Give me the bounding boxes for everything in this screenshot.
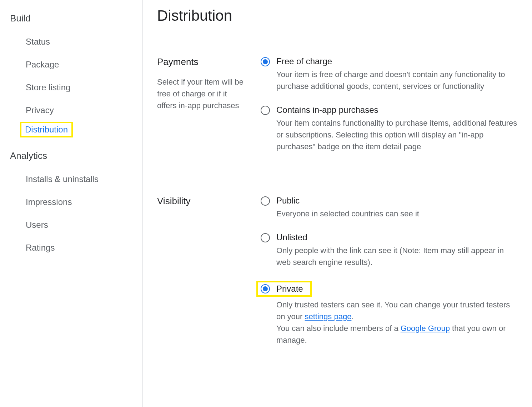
page-title: Distribution [157, 7, 518, 24]
desc-text: . [351, 312, 353, 321]
section-payments: Payments Select if your item will be fre… [157, 56, 518, 174]
radio-icon[interactable] [261, 284, 270, 293]
section-heading: Payments [157, 56, 246, 67]
section-right: Free of charge Your item is free of char… [261, 56, 518, 152]
radio-icon[interactable] [261, 196, 270, 206]
radio-body: Unlisted Only people with the link can s… [276, 232, 518, 268]
sidebar-item-highlight: Distribution [20, 122, 73, 137]
radio-desc: Only people with the link can see it (No… [276, 245, 518, 268]
radio-label: Unlisted [276, 232, 518, 242]
radio-label: Contains in-app purchases [276, 105, 518, 115]
radio-icon[interactable] [261, 106, 270, 115]
radio-icon[interactable] [261, 57, 270, 66]
radio-highlight: Private [256, 281, 312, 297]
settings-page-link[interactable]: settings page [305, 312, 352, 321]
sidebar: Build Status Package Store listing Priva… [0, 0, 143, 407]
radio-label: Private [276, 284, 303, 294]
sidebar-section-title: Build [0, 9, 142, 30]
radio-icon[interactable] [261, 233, 270, 242]
google-group-link[interactable]: Google Group [401, 324, 450, 333]
main-content: Distribution Payments Select if your ite… [143, 0, 532, 407]
radio-body: Free of charge Your item is free of char… [276, 56, 518, 92]
radio-label: Free of charge [276, 56, 518, 66]
section-visibility: Visibility Public Everyone in selected c… [143, 174, 532, 367]
radio-option-private[interactable]: Private Only trusted testers can see it.… [261, 281, 518, 346]
radio-body: Contains in-app purchases Your item cont… [276, 105, 518, 152]
section-left: Payments Select if your item will be fre… [157, 56, 246, 152]
radio-desc: Your item contains functionality to purc… [276, 117, 518, 152]
radio-option-unlisted[interactable]: Unlisted Only people with the link can s… [261, 232, 518, 268]
sidebar-item-status[interactable]: Status [0, 30, 142, 53]
section-right: Public Everyone in selected countries ca… [261, 196, 518, 346]
radio-option-iap[interactable]: Contains in-app purchases Your item cont… [261, 105, 518, 152]
radio-desc: Only trusted testers can see it. You can… [276, 299, 518, 346]
radio-body: Public Everyone in selected countries ca… [276, 196, 518, 220]
sidebar-item-package[interactable]: Package [0, 53, 142, 76]
radio-desc: Everyone in selected countries can see i… [276, 208, 518, 220]
sidebar-section-build: Build Status Package Store listing Priva… [0, 9, 142, 137]
sidebar-section-analytics: Analytics Installs & uninstalls Impressi… [0, 146, 142, 259]
sidebar-item-users[interactable]: Users [0, 213, 142, 236]
radio-option-free[interactable]: Free of charge Your item is free of char… [261, 56, 518, 92]
sidebar-item-impressions[interactable]: Impressions [0, 191, 142, 213]
sidebar-item-installs[interactable]: Installs & uninstalls [0, 168, 142, 191]
section-left: Visibility [157, 196, 246, 346]
radio-desc: Your item is free of charge and doesn't … [276, 69, 518, 92]
sidebar-item-distribution[interactable]: Distribution [25, 125, 68, 134]
radio-option-public[interactable]: Public Everyone in selected countries ca… [261, 196, 518, 220]
sidebar-section-title: Analytics [0, 146, 142, 168]
section-heading: Visibility [157, 196, 246, 207]
radio-label: Public [276, 196, 518, 206]
sidebar-item-ratings[interactable]: Ratings [0, 236, 142, 259]
section-help: Select if your item will be free of char… [157, 76, 246, 111]
sidebar-item-store-listing[interactable]: Store listing [0, 76, 142, 99]
desc-text: You can also include members of a [276, 324, 401, 333]
sidebar-item-privacy[interactable]: Privacy [0, 99, 142, 122]
